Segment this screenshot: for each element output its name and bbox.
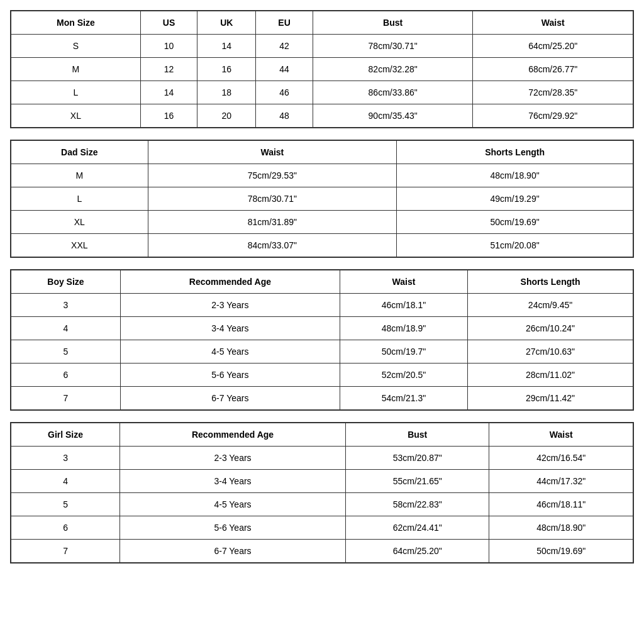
column-header: EU [256,11,313,35]
table-cell: 42 [256,35,313,58]
table-cell: 42cm/16.54" [489,447,633,470]
table-row: S10144278cm/30.71"64cm/25.20" [11,35,633,58]
table-row: 76-7 Years64cm/25.20"50cm/19.69" [11,540,633,563]
column-header: Mon Size [11,11,141,35]
table-cell: 48cm/18.90" [489,516,633,540]
table-cell: 86cm/33.86" [313,81,473,104]
table-cell: 50cm/19.69" [489,540,633,563]
table-cell: 3-4 Years [120,317,340,340]
table-cell: 46 [256,81,313,104]
table-cell: M [11,58,141,81]
table-cell: 6 [11,364,121,387]
table-cell: 7 [11,387,121,410]
table-cell: 29cm/11.42" [468,387,633,410]
table-row: 32-3 Years53cm/20.87"42cm/16.54" [11,447,633,470]
table-cell: 14 [140,81,197,104]
table-row: 32-3 Years46cm/18.1"24cm/9.45" [11,294,633,317]
table-cell: 78cm/30.71" [313,35,473,58]
table-row: L78cm/30.71"49cm/19.29" [11,187,633,211]
table-cell: 48cm/18.9" [340,317,467,340]
table-cell: 44 [256,58,313,81]
table-cell: 4-5 Years [120,340,340,364]
boy-size-section: Boy SizeRecommended AgeWaistShorts Lengt… [10,269,634,411]
column-header: Shorts Length [397,141,633,164]
table-cell: 27cm/10.63" [468,340,633,364]
table-cell: 6-7 Years [120,540,346,563]
column-header: Waist [148,141,397,164]
table-row: 54-5 Years50cm/19.7"27cm/10.63" [11,340,633,364]
girl-size-table: Girl SizeRecommended AgeBustWaist 32-3 Y… [11,423,633,563]
table-cell: 55cm/21.65" [346,470,489,493]
table-cell: XXL [11,234,148,257]
table-row: 43-4 Years55cm/21.65"44cm/17.32" [11,470,633,493]
table-cell: 6-7 Years [120,387,340,410]
table-row: XL81cm/31.89"50cm/19.69" [11,211,633,234]
table-cell: L [11,187,148,211]
table-cell: 2-3 Years [120,447,346,470]
table-cell: 90cm/35.43" [313,104,473,128]
column-header: Girl Size [11,423,120,447]
table-cell: 75cm/29.53" [148,164,397,187]
table-cell: 5-6 Years [120,364,340,387]
column-header: Recommended Age [120,423,346,447]
table-cell: 4-5 Years [120,493,346,516]
table-cell: 12 [140,58,197,81]
mom-size-table: Mon SizeUSUKEUBustWaist S10144278cm/30.7… [11,11,633,128]
table-cell: 28cm/11.02" [468,364,633,387]
column-header: Bust [313,11,473,35]
table-cell: 64cm/25.20" [473,35,633,58]
table-cell: 76cm/29.92" [473,104,633,128]
girl-size-section: Girl SizeRecommended AgeBustWaist 32-3 Y… [10,422,634,564]
table-row: 65-6 Years62cm/24.41"48cm/18.90" [11,516,633,540]
column-header: Dad Size [11,141,148,164]
table-row: 76-7 Years54cm/21.3"29cm/11.42" [11,387,633,410]
table-cell: 78cm/30.71" [148,187,397,211]
column-header: Bust [346,423,489,447]
column-header: Boy Size [11,270,121,294]
table-cell: 24cm/9.45" [468,294,633,317]
table-cell: 81cm/31.89" [148,211,397,234]
table-cell: 82cm/32.28" [313,58,473,81]
table-row: XXL84cm/33.07"51cm/20.08" [11,234,633,257]
table-cell: 10 [140,35,197,58]
table-cell: 18 [197,81,256,104]
table-cell: 48cm/18.90" [397,164,633,187]
table-cell: 52cm/20.5" [340,364,467,387]
table-cell: 4 [11,317,121,340]
table-cell: 5-6 Years [120,516,346,540]
table-cell: 46cm/18.11" [489,493,633,516]
table-row: XL16204890cm/35.43"76cm/29.92" [11,104,633,128]
dad-size-section: Dad SizeWaistShorts Length M75cm/29.53"4… [10,140,634,258]
table-cell: 14 [197,35,256,58]
table-cell: XL [11,104,141,128]
column-header: Waist [340,270,467,294]
column-header: Waist [473,11,633,35]
table-row: M12164482cm/32.28"68cm/26.77" [11,58,633,81]
table-cell: 50cm/19.7" [340,340,467,364]
table-cell: 3 [11,447,120,470]
table-cell: 16 [197,58,256,81]
table-row: 54-5 Years58cm/22.83"46cm/18.11" [11,493,633,516]
table-cell: S [11,35,141,58]
table-cell: 2-3 Years [120,294,340,317]
table-cell: 44cm/17.32" [489,470,633,493]
table-cell: 64cm/25.20" [346,540,489,563]
table-row: L14184686cm/33.86"72cm/28.35" [11,81,633,104]
table-cell: 54cm/21.3" [340,387,467,410]
table-cell: 5 [11,340,121,364]
table-cell: 3 [11,294,121,317]
table-cell: 49cm/19.29" [397,187,633,211]
mom-size-section: Mon SizeUSUKEUBustWaist S10144278cm/30.7… [10,10,634,128]
table-cell: 68cm/26.77" [473,58,633,81]
column-header: US [140,11,197,35]
table-cell: 53cm/20.87" [346,447,489,470]
table-cell: 20 [197,104,256,128]
table-cell: 62cm/24.41" [346,516,489,540]
table-row: 43-4 Years48cm/18.9"26cm/10.24" [11,317,633,340]
column-header: UK [197,11,256,35]
table-cell: 50cm/19.69" [397,211,633,234]
table-cell: 6 [11,516,120,540]
table-cell: 51cm/20.08" [397,234,633,257]
table-cell: 72cm/28.35" [473,81,633,104]
table-row: 65-6 Years52cm/20.5"28cm/11.02" [11,364,633,387]
